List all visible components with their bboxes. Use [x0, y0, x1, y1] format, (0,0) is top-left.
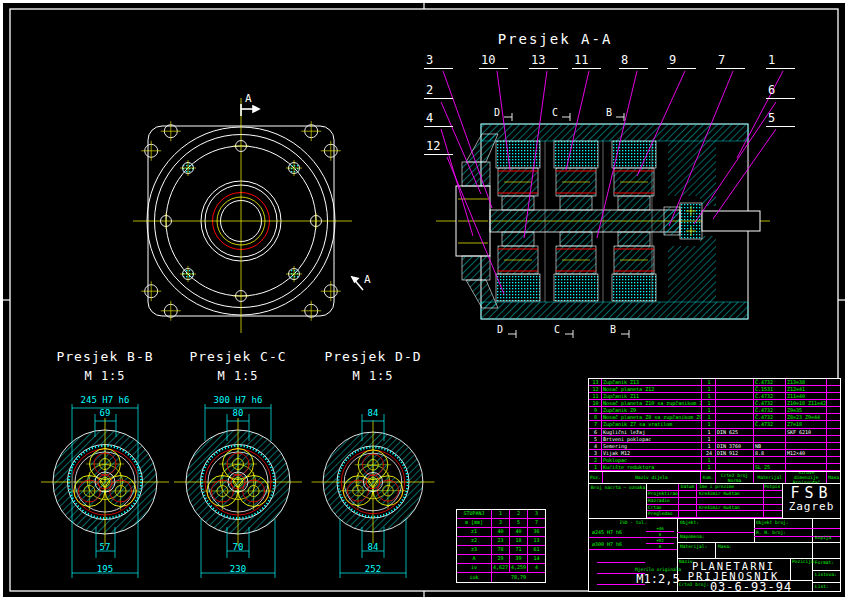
marker-b-top: B [606, 107, 612, 118]
callout-number: 2 [424, 84, 453, 99]
gear-stage-table: STUPANJ 1 2 3 m [mm] 3 5 7 z1 40 40 36 z… [456, 509, 546, 583]
signature-header: Datum Ime i prezime Potpis [647, 484, 782, 491]
callout-number: 8 [619, 54, 648, 69]
parts-list-row: 5 Brtveni poklopac 1 [589, 436, 840, 443]
parts-list-header: Poz. Naziv dijela Kom. Crtež broj Norma … [589, 471, 840, 484]
section-cc-scale: M 1:5 [173, 369, 303, 383]
dim-top-bb: 69 [60, 408, 150, 418]
gear-table-row: iv 4,627 4,259 4 [457, 563, 545, 572]
dim-fit-cc: 300 H7 h6 [193, 395, 283, 405]
marker-c-bottom: C [554, 324, 560, 335]
rn-broj-label: R. N. broj: [756, 530, 786, 535]
parts-list-row: 12 Nosač planeta Z12 1 Č.1531 Z12=41 [589, 386, 840, 393]
listova-label: Listova: [815, 572, 837, 577]
section-bb-scale: M 1:5 [40, 369, 170, 383]
dim-overall-bb: 195 [60, 564, 150, 574]
signature-row: Crtao Krešimir Kuštan [647, 505, 782, 512]
callout-number: 10 [479, 54, 508, 69]
gear-table-row: STUPANJ 1 2 3 [457, 510, 545, 518]
format-label: Format: [815, 560, 834, 565]
parts-list-row: 2 Poklopac 1 [589, 457, 840, 464]
signature-strip: Broj nacrta — oznaka Datum Ime i prezime… [589, 484, 840, 518]
parts-list-row: 6 Kuglični ležaj 1 DIN 625 SKF 6210 [589, 429, 840, 436]
parts-list: 13 Zupčanik Z13 1 Č.4732 Z13=38 12 Nosač… [589, 379, 840, 471]
section-cc-title: Presjek C-C [173, 349, 303, 364]
gear-table-row: z2 23 18 13 [457, 536, 545, 545]
signature-row: Projektirao Krešimir Kuštan [647, 491, 782, 498]
title-block-bottom: ISO - tol. ø245 H7 h6 +46 0 ø300 H7 h6 +… [589, 518, 840, 591]
dim-bottom-dd: 84 [328, 542, 418, 552]
kopija-label: Kopija [815, 535, 831, 540]
dim-top-cc: 80 [193, 408, 283, 418]
section-bb-title: Presjek B-B [40, 349, 170, 364]
archive-cell: Broj nacrta — oznaka [589, 484, 647, 518]
callout-number: 1 [766, 54, 795, 69]
napomena-label: Napomena: [680, 534, 704, 539]
dim-fit-bb: 245 H7 h6 [60, 395, 150, 405]
tolerance-row: ø300 H7 h6 +52 0 [589, 538, 677, 550]
signature-row: Razradio [647, 498, 782, 505]
parts-list-row: 8 Nosač planeta Z8 sa zupčanikom Z9 1 Č.… [589, 414, 840, 421]
gear-table-total-row: iuk 78,79 [457, 572, 545, 582]
callout-number: 4 [424, 112, 453, 127]
cut-label-a-bottom: A [364, 273, 371, 286]
parts-list-row: 9 Zupčanik Z9 1 Č.4732 Z9=35 [589, 407, 840, 414]
gear-table-row: A 29 39 14 [457, 554, 545, 563]
objekt-broj-label: Objekt broj: [756, 520, 789, 525]
parts-list-row: 3 Vijak M12 24 DIN 912 8.8 M12×40 [589, 450, 840, 457]
pozicija-label: Pozicija: [792, 559, 816, 564]
marker-d-top: D [494, 107, 500, 118]
callout-number: 12 [424, 140, 453, 155]
cut-label-a-top: A [245, 92, 252, 105]
callout-number: 7 [716, 54, 745, 69]
marker-b-bottom: B [610, 324, 616, 335]
gear-table-row: m [mm] 3 5 7 [457, 518, 545, 527]
iso-tol-label: ISO - tol. [589, 520, 677, 525]
gear-table-row: z1 40 40 36 [457, 527, 545, 536]
list-label: List: [815, 584, 829, 589]
parts-list-row: 10 Nosač planeta Z10 sa zupčanikom Z11 1… [589, 400, 840, 407]
dim-overall-cc: 230 [193, 564, 283, 574]
dim-top-dd: 84 [328, 408, 418, 418]
fsb-logo: FSB Zagreb [782, 484, 840, 518]
signature-row: Pregledao [647, 511, 782, 518]
materijal-label: Materijal: [680, 544, 707, 549]
scale-value: M1:2,5 [635, 572, 681, 586]
callout-number: 9 [667, 54, 696, 69]
callout-number: 13 [529, 54, 558, 69]
dim-overall-dd: 252 [328, 564, 418, 574]
section-dd-scale: M 1:5 [308, 369, 438, 383]
section-dd-title: Presjek D-D [308, 349, 438, 364]
marker-c-top: C [552, 107, 558, 118]
section-a-title: Presjek A-A [488, 31, 622, 47]
drawing-number: 03-6-93-94 [691, 580, 811, 594]
parts-list-row: 1 Kućište reduktora 1 SL 25 [589, 464, 840, 471]
title-block: 13 Zupčanik Z13 1 Č.4732 Z13=38 12 Nosač… [588, 378, 841, 592]
callout-number: 6 [766, 84, 795, 99]
dim-bottom-cc: 70 [193, 542, 283, 552]
parts-list-row: 7 Zupčanik Z7 sa vratilom 1 Č.4732 Z7=18 [589, 421, 840, 428]
callout-number: 11 [572, 54, 601, 69]
callout-number: 5 [766, 112, 795, 127]
masa-label: Masa: [718, 544, 732, 549]
objekt-label: Objekt: [680, 520, 699, 525]
parts-list-row: 4 Semering 1 DIN 3760 NB [589, 443, 840, 450]
gear-table-row: z3 78 71 61 [457, 545, 545, 554]
parts-list-row: 11 Zupčanik Z11 1 Č.4732 Z11=40 [589, 393, 840, 400]
callout-number: 3 [424, 54, 453, 69]
cad-sheet: Presjek A-A 31013118971 2412 65 A A D C … [0, 0, 848, 600]
parts-list-row: 13 Zupčanik Z13 1 Č.4732 Z13=38 [589, 379, 840, 386]
tolerance-row: ø245 H7 h6 +46 0 [589, 526, 677, 538]
marker-d-bottom: D [497, 324, 503, 335]
dim-bottom-bb: 57 [60, 542, 150, 552]
